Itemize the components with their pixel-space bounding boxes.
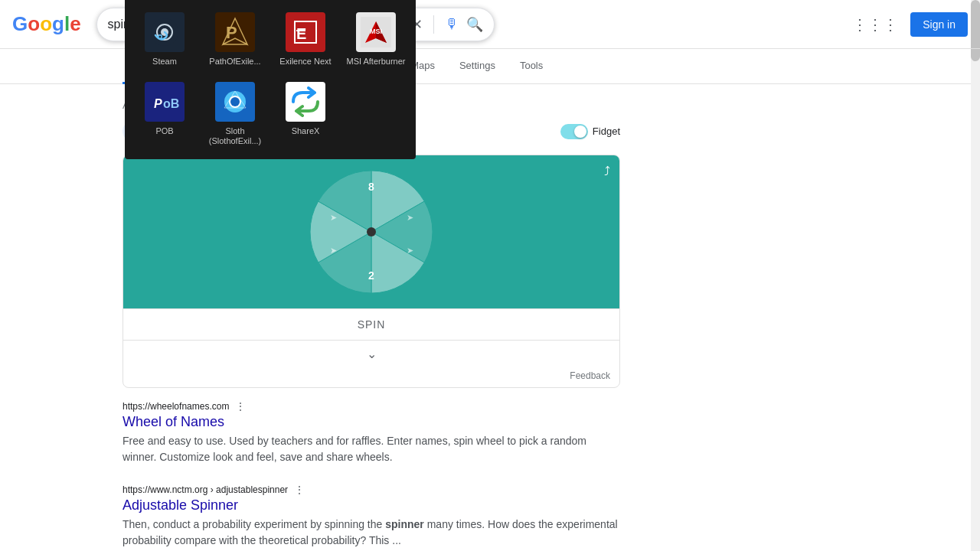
svg-text:E: E bbox=[296, 25, 306, 42]
result-url: https://wheelofnames.com ⋮ bbox=[122, 400, 620, 412]
steam-app-icon bbox=[145, 12, 185, 52]
taskbar-item-poe[interactable]: P PathOfExile... bbox=[201, 6, 269, 73]
voice-icon[interactable]: 🎙 bbox=[445, 16, 459, 32]
fidget-toggle: Fidget bbox=[560, 124, 620, 139]
svg-text:➤: ➤ bbox=[407, 213, 413, 222]
svg-text:➤: ➤ bbox=[330, 246, 337, 255]
expand-row[interactable]: ⌄ bbox=[123, 340, 619, 367]
msi-app-icon: MSI bbox=[356, 12, 396, 52]
result-title[interactable]: Adjustable Spinner bbox=[122, 497, 620, 514]
fidget-switch[interactable] bbox=[560, 124, 588, 139]
result-title[interactable]: Wheel of Names bbox=[122, 414, 620, 430]
result-url: https://www.nctm.org › adjustablespinner… bbox=[122, 484, 620, 496]
spin-button-row: SPIN bbox=[123, 308, 619, 340]
search-icon[interactable]: 🔍 bbox=[466, 16, 483, 33]
tab-tools[interactable]: Tools bbox=[508, 49, 555, 84]
header-right: ⋮⋮⋮ Sign in bbox=[852, 12, 968, 37]
chevron-down-icon: ⌄ bbox=[367, 347, 377, 361]
svg-text:MSI: MSI bbox=[370, 28, 382, 35]
taskbar-popup: Steam P PathOfExile... E bbox=[125, 0, 416, 159]
poe-label: PathOfExile... bbox=[209, 57, 260, 67]
poe-app-icon: P bbox=[215, 12, 255, 52]
taskbar-item-msi[interactable]: MSI MSI Afterburner bbox=[342, 6, 410, 73]
msi-label: MSI Afterburner bbox=[346, 57, 405, 67]
svg-point-11 bbox=[159, 36, 162, 38]
svg-point-0 bbox=[367, 227, 376, 236]
fidget-label: Fidget bbox=[593, 126, 620, 137]
svg-text:P: P bbox=[154, 97, 162, 110]
spinner-svg[interactable]: 8 ➤ ➤ 2 ➤ ➤ bbox=[302, 163, 440, 301]
result-item: https://www.nctm.org › adjustablespinner… bbox=[122, 484, 620, 549]
svg-text:oB: oB bbox=[163, 97, 179, 110]
result-more-button[interactable]: ⋮ bbox=[235, 400, 246, 412]
scrollbar[interactable] bbox=[971, 0, 980, 551]
exilence-app-icon: E bbox=[286, 12, 325, 52]
taskbar-item-sloth[interactable]: Sloth (SlothofExil...) bbox=[201, 76, 269, 152]
pob-app-icon: P oB bbox=[145, 82, 185, 122]
svg-point-26 bbox=[230, 97, 240, 106]
sharex-app-icon bbox=[286, 82, 325, 122]
sign-in-button[interactable]: Sign in bbox=[910, 12, 968, 37]
taskbar-item-pob[interactable]: P oB POB bbox=[131, 76, 198, 152]
svg-text:➤: ➤ bbox=[407, 246, 413, 255]
result-desc: Then, conduct a probability experiment b… bbox=[122, 517, 620, 549]
result-more-button[interactable]: ⋮ bbox=[294, 484, 305, 496]
google-logo: Google bbox=[12, 12, 81, 36]
svg-text:➤: ➤ bbox=[330, 213, 337, 222]
taskbar-item-steam[interactable]: Steam bbox=[131, 6, 198, 73]
sloth-label: Sloth (SlothofExil...) bbox=[204, 126, 266, 146]
result-desc: Free and easy to use. Used by teachers a… bbox=[122, 433, 620, 465]
result-item: https://wheelofnames.com ⋮ Wheel of Name… bbox=[122, 400, 620, 465]
search-icons: ✕ 🎙 🔍 bbox=[411, 15, 483, 34]
taskbar-grid: Steam P PathOfExile... E bbox=[131, 6, 410, 153]
svg-text:8: 8 bbox=[368, 181, 374, 193]
sloth-app-icon bbox=[215, 82, 255, 122]
results-column: About With numbers 1-6 1-8 1-10 Fidget bbox=[122, 99, 620, 551]
exilence-label: Exilence Next bbox=[279, 57, 331, 67]
steam-label: Steam bbox=[152, 57, 177, 67]
pob-label: POB bbox=[155, 126, 173, 136]
feedback-row[interactable]: Feedback bbox=[123, 367, 619, 387]
svg-text:2: 2 bbox=[368, 269, 374, 282]
taskbar-item-exilence[interactable]: E Exilence Next bbox=[272, 6, 339, 73]
apps-icon[interactable]: ⋮⋮⋮ bbox=[852, 15, 898, 34]
sharex-label: ShareX bbox=[292, 126, 320, 136]
taskbar-item-sharex[interactable]: ShareX bbox=[272, 76, 339, 152]
tab-settings[interactable]: Settings bbox=[447, 49, 508, 84]
spinner-canvas: ⤴ 8 ➤ bbox=[123, 155, 619, 308]
spinner-widget: ⤴ 8 ➤ bbox=[122, 155, 620, 388]
spin-button-label[interactable]: SPIN bbox=[358, 318, 386, 331]
share-icon[interactable]: ⤴ bbox=[604, 165, 610, 178]
